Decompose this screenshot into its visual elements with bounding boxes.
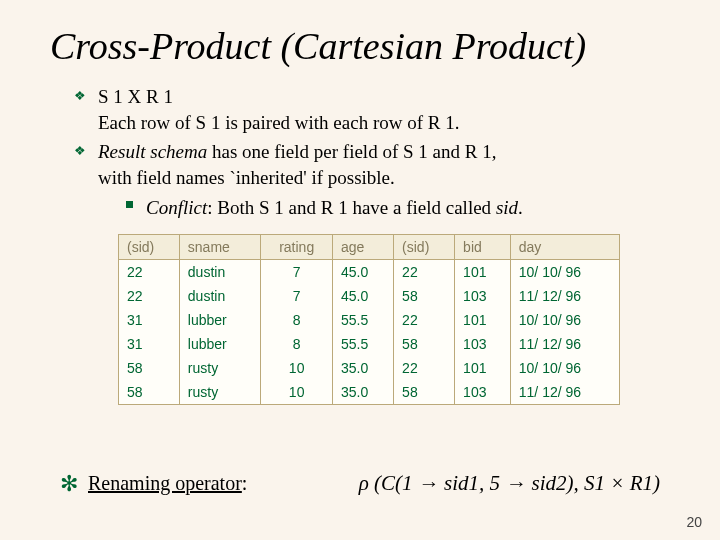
table-header-row: (sid) sname rating age (sid) bid day <box>119 235 619 260</box>
col-header: (sid) <box>119 235 179 260</box>
table-row: 22dustin745.05810311/ 12/ 96 <box>119 284 619 308</box>
renaming-formula: ρ (C(1 → sid1, 5 → sid2), S1 × R1) <box>257 471 660 496</box>
cell: 58 <box>394 284 455 308</box>
cell: 10/ 10/ 96 <box>510 308 619 332</box>
col-header: (sid) <box>394 235 455 260</box>
table-row: 58rusty1035.02210110/ 10/ 96 <box>119 356 619 380</box>
cell: 11/ 12/ 96 <box>510 284 619 308</box>
cell: 7 <box>261 260 333 285</box>
cell: 10 <box>261 356 333 380</box>
cell: 101 <box>455 356 511 380</box>
col-header: day <box>510 235 619 260</box>
page-number: 20 <box>686 514 702 530</box>
cell: 101 <box>455 308 511 332</box>
square-icon <box>126 201 133 208</box>
bullet-text: : Both S 1 and R 1 have a field called <box>207 197 496 218</box>
cell: 45.0 <box>333 260 394 285</box>
cell: rusty <box>179 356 260 380</box>
cell: 58 <box>394 332 455 356</box>
bullet-text: has one field per field of S 1 and R 1, <box>207 141 496 162</box>
bullet-text: S 1 X R 1 <box>98 86 173 107</box>
cell: 58 <box>119 380 179 404</box>
col-header: rating <box>261 235 333 260</box>
table-row: 58rusty1035.05810311/ 12/ 96 <box>119 380 619 404</box>
cell: 58 <box>119 356 179 380</box>
cell: dustin <box>179 260 260 285</box>
cell: 7 <box>261 284 333 308</box>
cell: 10/ 10/ 96 <box>510 356 619 380</box>
cell: 35.0 <box>333 356 394 380</box>
bullet-text: Conflict <box>146 197 207 218</box>
cell: 8 <box>261 308 333 332</box>
cell: 31 <box>119 332 179 356</box>
cell: 10/ 10/ 96 <box>510 260 619 285</box>
cell: dustin <box>179 284 260 308</box>
renaming-text: Renaming operator <box>88 472 242 494</box>
bullet-item: ❖ Result schema has one field per field … <box>74 139 670 220</box>
col-header: bid <box>455 235 511 260</box>
sub-bullet-item: Conflict: Both S 1 and R 1 have a field … <box>126 195 670 221</box>
cell: 55.5 <box>333 332 394 356</box>
cell: 10 <box>261 380 333 404</box>
table-row: 22dustin745.02210110/ 10/ 96 <box>119 260 619 285</box>
col-header: age <box>333 235 394 260</box>
col-header: sname <box>179 235 260 260</box>
page-title: Cross-Product (Cartesian Product) <box>50 24 670 68</box>
sub-bullet-list: Conflict: Both S 1 and R 1 have a field … <box>126 195 670 221</box>
cell: 31 <box>119 308 179 332</box>
cell: lubber <box>179 308 260 332</box>
diamond-icon: ❖ <box>74 87 86 105</box>
cell: lubber <box>179 332 260 356</box>
cell: 22 <box>119 260 179 285</box>
cell: 22 <box>394 308 455 332</box>
cell: 58 <box>394 380 455 404</box>
cell: 103 <box>455 284 511 308</box>
bullet-text: with field names `inherited' if possible… <box>98 167 395 188</box>
cell: 22 <box>119 284 179 308</box>
table-row: 31lubber855.55810311/ 12/ 96 <box>119 332 619 356</box>
bullet-item: ❖ S 1 X R 1 Each row of S 1 is paired wi… <box>74 84 670 135</box>
cell: 11/ 12/ 96 <box>510 332 619 356</box>
envelope-icon: ✻ <box>60 473 78 495</box>
renaming-label: Renaming operator: <box>88 472 247 495</box>
table-row: 31lubber855.52210110/ 10/ 96 <box>119 308 619 332</box>
cell: 35.0 <box>333 380 394 404</box>
cell: rusty <box>179 380 260 404</box>
cell: 8 <box>261 332 333 356</box>
bullet-text: Result schema <box>98 141 207 162</box>
footer-line: ✻ Renaming operator: ρ (C(1 → sid1, 5 → … <box>60 471 660 496</box>
cell: 11/ 12/ 96 <box>510 380 619 404</box>
renaming-colon: : <box>242 472 248 494</box>
cell: 101 <box>455 260 511 285</box>
cell: 103 <box>455 332 511 356</box>
cell: 45.0 <box>333 284 394 308</box>
result-table: (sid) sname rating age (sid) bid day 22d… <box>118 234 620 405</box>
cell: 22 <box>394 356 455 380</box>
cell: 22 <box>394 260 455 285</box>
diamond-icon: ❖ <box>74 142 86 160</box>
bullet-text: Each row of S 1 is paired with each row … <box>98 112 459 133</box>
bullet-text: sid <box>496 197 518 218</box>
cell: 103 <box>455 380 511 404</box>
bullet-list: ❖ S 1 X R 1 Each row of S 1 is paired wi… <box>74 84 670 220</box>
cell: 55.5 <box>333 308 394 332</box>
